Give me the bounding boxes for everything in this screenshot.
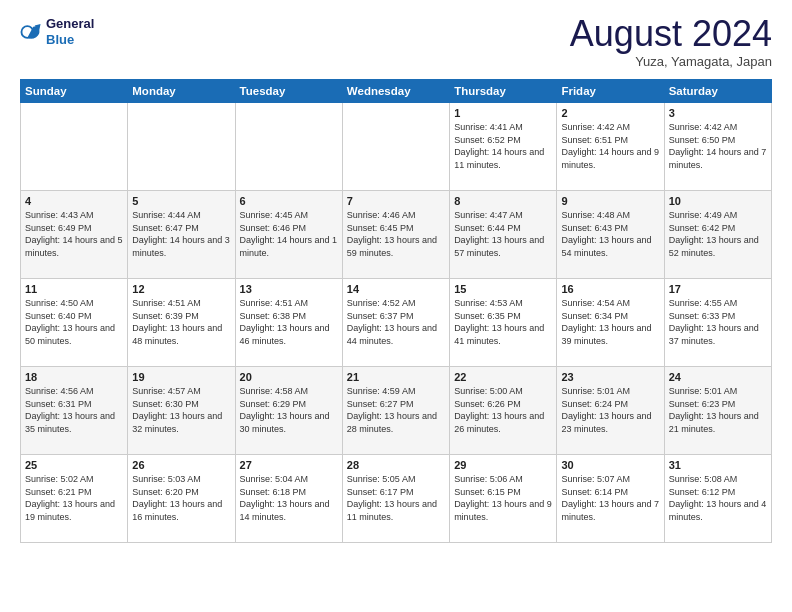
- day-info: Sunrise: 4:56 AMSunset: 6:31 PMDaylight:…: [25, 385, 123, 435]
- day-cell: 28Sunrise: 5:05 AMSunset: 6:17 PMDayligh…: [342, 455, 449, 543]
- day-cell: 2Sunrise: 4:42 AMSunset: 6:51 PMDaylight…: [557, 103, 664, 191]
- day-number: 29: [454, 459, 552, 471]
- day-cell: 8Sunrise: 4:47 AMSunset: 6:44 PMDaylight…: [450, 191, 557, 279]
- day-cell: 26Sunrise: 5:03 AMSunset: 6:20 PMDayligh…: [128, 455, 235, 543]
- logo: General Blue: [20, 16, 94, 47]
- day-number: 3: [669, 107, 767, 119]
- day-number: 31: [669, 459, 767, 471]
- day-info: Sunrise: 4:51 AMSunset: 6:38 PMDaylight:…: [240, 297, 338, 347]
- day-info: Sunrise: 4:53 AMSunset: 6:35 PMDaylight:…: [454, 297, 552, 347]
- day-number: 22: [454, 371, 552, 383]
- weekday-sunday: Sunday: [21, 80, 128, 103]
- day-cell: 25Sunrise: 5:02 AMSunset: 6:21 PMDayligh…: [21, 455, 128, 543]
- day-number: 23: [561, 371, 659, 383]
- day-info: Sunrise: 4:44 AMSunset: 6:47 PMDaylight:…: [132, 209, 230, 259]
- day-number: 2: [561, 107, 659, 119]
- weekday-saturday: Saturday: [664, 80, 771, 103]
- day-cell: 18Sunrise: 4:56 AMSunset: 6:31 PMDayligh…: [21, 367, 128, 455]
- day-cell: [235, 103, 342, 191]
- day-info: Sunrise: 4:54 AMSunset: 6:34 PMDaylight:…: [561, 297, 659, 347]
- day-number: 6: [240, 195, 338, 207]
- day-info: Sunrise: 4:43 AMSunset: 6:49 PMDaylight:…: [25, 209, 123, 259]
- day-cell: 7Sunrise: 4:46 AMSunset: 6:45 PMDaylight…: [342, 191, 449, 279]
- day-cell: 9Sunrise: 4:48 AMSunset: 6:43 PMDaylight…: [557, 191, 664, 279]
- day-info: Sunrise: 5:01 AMSunset: 6:24 PMDaylight:…: [561, 385, 659, 435]
- day-cell: 1Sunrise: 4:41 AMSunset: 6:52 PMDaylight…: [450, 103, 557, 191]
- weekday-thursday: Thursday: [450, 80, 557, 103]
- day-info: Sunrise: 4:49 AMSunset: 6:42 PMDaylight:…: [669, 209, 767, 259]
- day-cell: 11Sunrise: 4:50 AMSunset: 6:40 PMDayligh…: [21, 279, 128, 367]
- day-cell: 31Sunrise: 5:08 AMSunset: 6:12 PMDayligh…: [664, 455, 771, 543]
- day-info: Sunrise: 4:47 AMSunset: 6:44 PMDaylight:…: [454, 209, 552, 259]
- day-number: 8: [454, 195, 552, 207]
- day-number: 18: [25, 371, 123, 383]
- day-number: 28: [347, 459, 445, 471]
- day-info: Sunrise: 4:41 AMSunset: 6:52 PMDaylight:…: [454, 121, 552, 171]
- weekday-tuesday: Tuesday: [235, 80, 342, 103]
- day-info: Sunrise: 4:50 AMSunset: 6:40 PMDaylight:…: [25, 297, 123, 347]
- day-number: 13: [240, 283, 338, 295]
- week-row-3: 11Sunrise: 4:50 AMSunset: 6:40 PMDayligh…: [21, 279, 772, 367]
- day-number: 20: [240, 371, 338, 383]
- day-cell: [21, 103, 128, 191]
- day-info: Sunrise: 5:04 AMSunset: 6:18 PMDaylight:…: [240, 473, 338, 523]
- day-cell: 30Sunrise: 5:07 AMSunset: 6:14 PMDayligh…: [557, 455, 664, 543]
- weekday-wednesday: Wednesday: [342, 80, 449, 103]
- week-row-2: 4Sunrise: 4:43 AMSunset: 6:49 PMDaylight…: [21, 191, 772, 279]
- day-info: Sunrise: 4:59 AMSunset: 6:27 PMDaylight:…: [347, 385, 445, 435]
- day-number: 12: [132, 283, 230, 295]
- day-info: Sunrise: 5:06 AMSunset: 6:15 PMDaylight:…: [454, 473, 552, 523]
- location: Yuza, Yamagata, Japan: [570, 54, 772, 69]
- day-cell: 24Sunrise: 5:01 AMSunset: 6:23 PMDayligh…: [664, 367, 771, 455]
- day-cell: 21Sunrise: 4:59 AMSunset: 6:27 PMDayligh…: [342, 367, 449, 455]
- week-row-1: 1Sunrise: 4:41 AMSunset: 6:52 PMDaylight…: [21, 103, 772, 191]
- day-cell: 14Sunrise: 4:52 AMSunset: 6:37 PMDayligh…: [342, 279, 449, 367]
- calendar-page: General Blue August 2024 Yuza, Yamagata,…: [0, 0, 792, 612]
- day-info: Sunrise: 4:48 AMSunset: 6:43 PMDaylight:…: [561, 209, 659, 259]
- day-number: 25: [25, 459, 123, 471]
- day-info: Sunrise: 5:07 AMSunset: 6:14 PMDaylight:…: [561, 473, 659, 523]
- day-cell: [342, 103, 449, 191]
- day-cell: 10Sunrise: 4:49 AMSunset: 6:42 PMDayligh…: [664, 191, 771, 279]
- day-cell: 29Sunrise: 5:06 AMSunset: 6:15 PMDayligh…: [450, 455, 557, 543]
- weekday-header-row: SundayMondayTuesdayWednesdayThursdayFrid…: [21, 80, 772, 103]
- day-info: Sunrise: 5:00 AMSunset: 6:26 PMDaylight:…: [454, 385, 552, 435]
- day-cell: 17Sunrise: 4:55 AMSunset: 6:33 PMDayligh…: [664, 279, 771, 367]
- day-number: 1: [454, 107, 552, 119]
- day-info: Sunrise: 4:51 AMSunset: 6:39 PMDaylight:…: [132, 297, 230, 347]
- month-year: August 2024: [570, 16, 772, 52]
- day-info: Sunrise: 5:01 AMSunset: 6:23 PMDaylight:…: [669, 385, 767, 435]
- day-cell: 6Sunrise: 4:45 AMSunset: 6:46 PMDaylight…: [235, 191, 342, 279]
- day-info: Sunrise: 4:46 AMSunset: 6:45 PMDaylight:…: [347, 209, 445, 259]
- day-number: 17: [669, 283, 767, 295]
- day-info: Sunrise: 5:02 AMSunset: 6:21 PMDaylight:…: [25, 473, 123, 523]
- day-info: Sunrise: 4:42 AMSunset: 6:51 PMDaylight:…: [561, 121, 659, 171]
- day-cell: 22Sunrise: 5:00 AMSunset: 6:26 PMDayligh…: [450, 367, 557, 455]
- day-cell: 13Sunrise: 4:51 AMSunset: 6:38 PMDayligh…: [235, 279, 342, 367]
- day-cell: 15Sunrise: 4:53 AMSunset: 6:35 PMDayligh…: [450, 279, 557, 367]
- day-number: 16: [561, 283, 659, 295]
- day-info: Sunrise: 4:55 AMSunset: 6:33 PMDaylight:…: [669, 297, 767, 347]
- day-number: 27: [240, 459, 338, 471]
- day-info: Sunrise: 4:58 AMSunset: 6:29 PMDaylight:…: [240, 385, 338, 435]
- day-number: 21: [347, 371, 445, 383]
- week-row-4: 18Sunrise: 4:56 AMSunset: 6:31 PMDayligh…: [21, 367, 772, 455]
- day-cell: 20Sunrise: 4:58 AMSunset: 6:29 PMDayligh…: [235, 367, 342, 455]
- day-info: Sunrise: 5:03 AMSunset: 6:20 PMDaylight:…: [132, 473, 230, 523]
- day-cell: [128, 103, 235, 191]
- calendar-table: SundayMondayTuesdayWednesdayThursdayFrid…: [20, 79, 772, 543]
- day-cell: 16Sunrise: 4:54 AMSunset: 6:34 PMDayligh…: [557, 279, 664, 367]
- day-info: Sunrise: 4:52 AMSunset: 6:37 PMDaylight:…: [347, 297, 445, 347]
- day-number: 15: [454, 283, 552, 295]
- day-number: 10: [669, 195, 767, 207]
- weekday-friday: Friday: [557, 80, 664, 103]
- day-cell: 3Sunrise: 4:42 AMSunset: 6:50 PMDaylight…: [664, 103, 771, 191]
- logo-icon: [20, 21, 42, 43]
- day-cell: 27Sunrise: 5:04 AMSunset: 6:18 PMDayligh…: [235, 455, 342, 543]
- day-number: 4: [25, 195, 123, 207]
- day-number: 24: [669, 371, 767, 383]
- day-cell: 23Sunrise: 5:01 AMSunset: 6:24 PMDayligh…: [557, 367, 664, 455]
- day-number: 9: [561, 195, 659, 207]
- day-cell: 12Sunrise: 4:51 AMSunset: 6:39 PMDayligh…: [128, 279, 235, 367]
- day-info: Sunrise: 4:42 AMSunset: 6:50 PMDaylight:…: [669, 121, 767, 171]
